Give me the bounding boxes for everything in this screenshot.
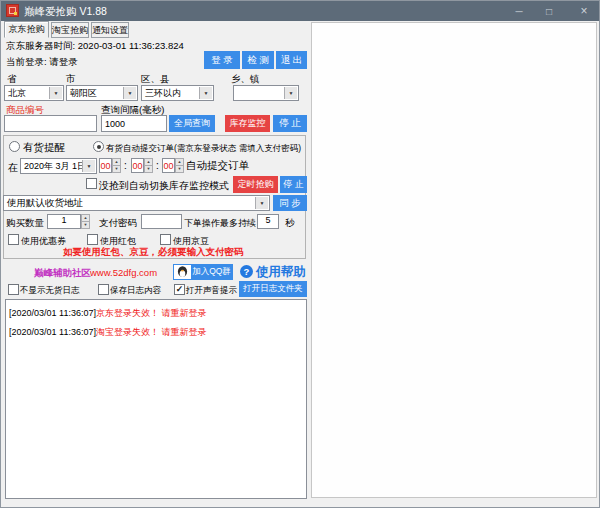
- use-redpacket-checkbox[interactable]: [87, 234, 98, 245]
- hide-empty-log-checkbox[interactable]: [8, 284, 19, 295]
- window-title: 巅峰爱抢购 V1.88: [24, 5, 107, 19]
- chevron-down-icon: ▼: [123, 87, 136, 99]
- notify-radio-label: 有货提醒: [23, 141, 65, 155]
- timed-buy-button[interactable]: 定时抢购: [233, 176, 278, 193]
- minimize-icon[interactable]: ─: [504, 1, 534, 21]
- time-colon: :: [124, 160, 127, 171]
- auto-order-radio-label: 有货自动提交订单(需京东登录状态 需填入支付密码): [106, 143, 301, 155]
- second-stepper[interactable]: ▲▼: [175, 158, 184, 173]
- duration-input[interactable]: 5: [257, 214, 279, 229]
- log-timestamp: [2020/03/01 11:36:07]: [9, 327, 96, 337]
- current-login-label: 当前登录: 请登录: [6, 56, 78, 69]
- pay-password-input[interactable]: [141, 214, 182, 229]
- server-time-label: 京东服务器时间: 2020-03-01 11:36:23.824: [6, 40, 184, 53]
- stop-button[interactable]: 停 止: [273, 115, 307, 132]
- question-icon: ?: [240, 265, 253, 278]
- log-output-area[interactable]: [2020/03/01 11:36:07]京东登录失效！ 请重新登录 [2020…: [5, 299, 307, 499]
- titlebar: 巅峰爱抢购 V1.88 ─ □ ×: [1, 1, 600, 21]
- community-url-link[interactable]: www.52dfg.com: [90, 267, 157, 278]
- district-select[interactable]: 三环以内 ▼: [141, 85, 214, 101]
- spin-down-icon: ▼: [176, 165, 183, 172]
- chevron-down-icon: ▼: [49, 87, 62, 99]
- logout-button[interactable]: 退 出: [276, 51, 307, 69]
- log-line: [2020/03/01 11:36:07]淘宝登录失效！ 请重新登录: [9, 323, 303, 342]
- date-select[interactable]: 2020年 3月 1日 ▼: [20, 158, 97, 174]
- address-select[interactable]: 使用默认收货地址 ▼: [3, 195, 270, 211]
- qq-penguin-icon: [174, 265, 191, 279]
- hour-stepper[interactable]: ▲▼: [112, 158, 121, 173]
- stop-timed-button[interactable]: 停 止: [280, 176, 307, 193]
- check-button[interactable]: 检 测: [242, 51, 274, 69]
- city-value: 朝阳区: [70, 87, 97, 100]
- notify-radio[interactable]: [9, 141, 20, 152]
- stock-monitor-button[interactable]: 库存监控: [225, 115, 270, 132]
- date-value: 2020年 3月 1日: [24, 160, 86, 173]
- tab-jd-rush[interactable]: 京东抢购: [4, 21, 49, 38]
- app-window: 巅峰爱抢购 V1.88 ─ □ × 京东抢购 淘宝抢购 通知设置 京东服务器时间…: [0, 0, 600, 508]
- login-button[interactable]: 登 录: [204, 51, 240, 69]
- use-coupon-checkbox[interactable]: [8, 234, 19, 245]
- chevron-down-icon: ▼: [199, 87, 212, 99]
- duration-label: 下单操作最多持续: [184, 217, 256, 230]
- qty-stepper[interactable]: ▲▼: [81, 214, 90, 229]
- log-timestamp: [2020/03/01 11:36:07]: [9, 308, 96, 318]
- second-value[interactable]: 00: [162, 158, 175, 173]
- hour-value[interactable]: 00: [99, 158, 112, 173]
- tab-taobao-rush[interactable]: 淘宝抢购: [51, 22, 89, 38]
- pay-password-label: 支付密码: [99, 217, 137, 230]
- join-qq-label: 加入QQ群: [191, 265, 232, 279]
- sync-button[interactable]: 同 步: [273, 195, 307, 211]
- district-value: 三环以内: [145, 87, 181, 100]
- open-log-folder-button[interactable]: 打开日志文件夹: [239, 281, 307, 297]
- city-select[interactable]: 朝阳区 ▼: [66, 85, 138, 101]
- save-log-label: 保存日志内容: [110, 285, 161, 297]
- sound-alert-checkbox[interactable]: ✓: [174, 284, 185, 295]
- time-colon: :: [156, 160, 159, 171]
- use-coupon-label: 使用优惠券: [21, 235, 66, 248]
- town-select[interactable]: ▼: [233, 85, 299, 101]
- auto-order-radio[interactable]: [93, 141, 104, 152]
- log-message: 京东登录失效！ 请重新登录: [96, 308, 207, 318]
- at-label: 在: [8, 161, 18, 175]
- spin-down-icon: ▼: [113, 165, 120, 172]
- chevron-down-icon: ▼: [82, 160, 95, 172]
- province-select[interactable]: 北京 ▼: [4, 85, 64, 101]
- sound-alert-label: 打开声音提示: [186, 285, 237, 297]
- qty-input[interactable]: 1: [47, 214, 81, 229]
- app-icon: [6, 4, 19, 17]
- global-query-button[interactable]: 全局查询: [169, 115, 215, 132]
- payment-warning-text: 如要使用红包、京豆，必须要输入支付密码: [63, 246, 244, 259]
- hide-empty-log-label: 不显示无货日志: [20, 285, 80, 297]
- community-label: 巅峰辅助社区: [34, 267, 91, 280]
- spin-down-icon: ▼: [82, 221, 89, 228]
- province-value: 北京: [8, 87, 26, 100]
- auto-submit-label: 自动提交订单: [186, 159, 249, 173]
- qty-label: 购买数量: [6, 217, 44, 230]
- minute-value[interactable]: 00: [131, 158, 144, 173]
- fallback-checkbox-label: 没抢到自动切换库存监控模式: [99, 179, 229, 193]
- spin-down-icon: ▼: [145, 165, 152, 172]
- minute-stepper[interactable]: ▲▼: [144, 158, 153, 173]
- chevron-down-icon: ▼: [255, 197, 268, 209]
- fallback-checkbox[interactable]: [86, 178, 97, 189]
- join-qq-button[interactable]: 加入QQ群: [173, 264, 233, 280]
- maximize-icon[interactable]: □: [534, 1, 564, 21]
- right-blank-panel: [311, 22, 597, 498]
- chevron-down-icon: ▼: [284, 87, 297, 99]
- seconds-label: 秒: [285, 217, 295, 230]
- save-log-checkbox[interactable]: [98, 284, 109, 295]
- log-line: [2020/03/01 11:36:07]京东登录失效！ 请重新登录: [9, 304, 303, 323]
- interval-input[interactable]: [101, 115, 167, 132]
- log-message: 淘宝登录失效！ 请重新登录: [96, 327, 207, 337]
- use-jingdou-checkbox[interactable]: [160, 234, 171, 245]
- close-icon[interactable]: ×: [569, 1, 599, 21]
- help-link[interactable]: 使用帮助: [256, 264, 306, 281]
- check-icon: ✓: [176, 285, 184, 294]
- sku-input[interactable]: [4, 115, 97, 132]
- address-value: 使用默认收货地址: [7, 197, 83, 210]
- tab-notify-settings[interactable]: 通知设置: [91, 22, 129, 38]
